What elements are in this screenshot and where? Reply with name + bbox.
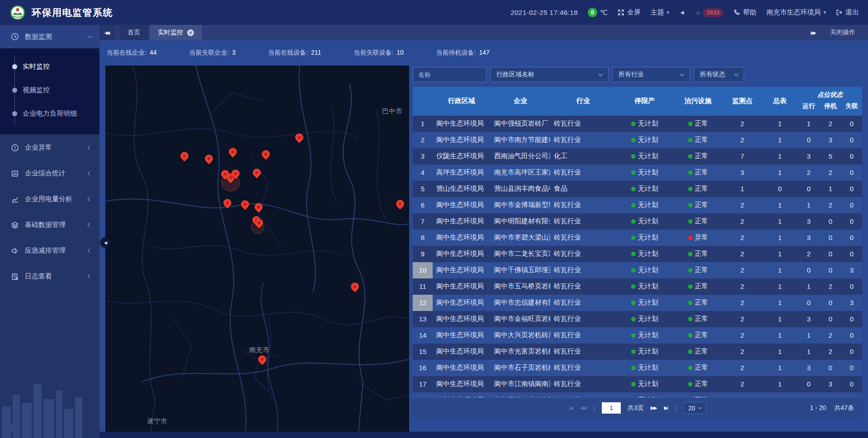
table-row[interactable]: 14阆中生态环境局阆中大兴页岩机砖厂砖瓦行业无计划正常21120	[413, 327, 862, 344]
cell-limit: 无计划	[616, 347, 673, 356]
sidebar-subitem[interactable]: 企业电力负荷明细	[0, 102, 99, 125]
col-industry: 行业	[550, 87, 616, 116]
row-index: 17	[413, 376, 433, 392]
map-panel[interactable]: 巴中市南充市遂宁市	[105, 66, 409, 432]
tabs-scroll-right-button[interactable]: ▶▶	[811, 30, 816, 35]
cell-stopped: 3	[820, 136, 841, 144]
theme-menu[interactable]: 主题 ▾	[651, 8, 670, 17]
table-row[interactable]: 3仪陇生态环境局西南油气田分公司川中化工无计划正常71350	[413, 148, 862, 165]
table-row[interactable]: 4高坪生态环境局南充市高坪区王家店建砖瓦行业无计划正常31220	[413, 165, 862, 181]
sidebar-item[interactable]: 企业综合统计	[0, 161, 99, 186]
table-row[interactable]: 2阆中生态环境局阆中市南方节能建材有砖瓦行业无计划正常21030	[413, 132, 862, 148]
tab[interactable]: 首页	[119, 25, 148, 40]
cell-region: 阆中生态环境局	[433, 380, 491, 388]
table-row[interactable]: 10阆中生态环境局阆中千佛镇五郎垭页岩砖瓦行业无计划正常21003	[413, 262, 862, 278]
table-row[interactable]: 15阆中生态环境局阆中市光富页岩机砖厂砖瓦行业无计划正常21120	[413, 344, 862, 360]
region-select[interactable]: 行政区域名称	[490, 67, 609, 82]
status-dot	[688, 122, 693, 126]
row-index: 15	[413, 344, 433, 360]
status-dot	[688, 366, 693, 370]
log-icon	[11, 273, 19, 281]
table-row[interactable]: 8阆中生态环境局阆中市枣碧大梁山页岩砖瓦行业无计划异常21300	[413, 230, 862, 246]
close-operations-button[interactable]: 关闭操作	[830, 28, 855, 37]
sidebar-item[interactable]: 应急减排管理	[0, 238, 99, 263]
table-row[interactable]: 7阆中生态环境局阆中明阳建材有限公司砖瓦行业无计划正常21300	[413, 213, 862, 230]
table-row[interactable]: 12阆中生态环境局阆中市忠信建材有限公砖瓦行业无计划正常21003	[413, 295, 862, 311]
status-dot	[631, 170, 636, 175]
table-row[interactable]: 18南部生态环境局南部县雄狮建材有限公砖瓦行业无计划正常21061	[413, 392, 862, 397]
sidebar-item[interactable]: 企业异常	[0, 135, 99, 160]
tab[interactable]: 实时监控×	[150, 25, 202, 40]
industry-select[interactable]: 所有行业	[612, 67, 690, 82]
cell-lost: 0	[841, 152, 862, 160]
bullet-dot	[12, 64, 17, 69]
cell-points: 2	[723, 364, 762, 372]
user-menu[interactable]: 南充市生态环境局 ▾	[766, 8, 826, 17]
status-select[interactable]: 所有状态	[693, 67, 744, 82]
cell-running: 1	[798, 120, 820, 127]
cell-meters: 1	[762, 348, 798, 355]
sidebar-item[interactable]: 数据监测	[0, 25, 99, 48]
map-roads	[105, 66, 409, 432]
prev-page-button[interactable]: ◀◀	[580, 405, 586, 411]
map-collapse-handle[interactable]: ◀	[100, 237, 111, 248]
cell-meters: 1	[762, 266, 798, 274]
cell-region: 阆中生态环境局	[433, 233, 491, 242]
close-tab-icon[interactable]: ×	[187, 29, 194, 36]
cell-region: 营山生态环境局	[433, 184, 491, 193]
mute-speaker-icon[interactable]: ◄	[679, 9, 685, 16]
next-page-button[interactable]: ▶▶	[651, 405, 657, 411]
cell-facility: 正常	[673, 250, 723, 258]
logout-button[interactable]: 退出	[836, 8, 859, 17]
sidebar-item[interactable]: 基础数据管理	[0, 212, 99, 237]
table-row[interactable]: 13阆中生态环境局阆中市金福旺页岩机砖砖瓦行业无计划正常21300	[413, 311, 862, 327]
status-dot	[631, 138, 636, 142]
cell-industry: 食品	[550, 184, 616, 193]
cell-industry: 砖瓦行业	[550, 315, 616, 323]
cell-running: 0	[798, 136, 820, 144]
sidebar-subitem[interactable]: 视频监控	[0, 78, 99, 102]
status-dot	[688, 170, 693, 175]
cell-running: 1	[798, 201, 820, 209]
sidebar-subitem[interactable]: 实时监控	[0, 55, 99, 78]
fullscreen-button[interactable]: 全屏	[618, 8, 641, 17]
col-limit: 停限产	[616, 87, 673, 116]
page-number-input[interactable]	[602, 402, 621, 414]
table-row[interactable]: 6阆中生态环境局阆中市金博瑞新型墙材砖瓦行业无计划正常21120	[413, 197, 862, 213]
cell-meters: 1	[762, 201, 798, 209]
datetime: 2021-02-25 17:46:18	[510, 9, 578, 16]
sidebar-nav: 数据监测实时监控视频监控企业电力负荷明细企业异常企业综合统计企业用电量分析基础数…	[0, 25, 99, 289]
cell-meters: 1	[762, 299, 798, 306]
table-row[interactable]: 11阆中生态环境局阆中市五马桥页岩机砖砖瓦行业无计划正常21120	[413, 278, 862, 295]
sidebar-item[interactable]: 企业用电量分析	[0, 187, 99, 212]
table-row[interactable]: 1阆中生态环境局阆中强锐页岩砖厂砖瓦行业无计划正常21120	[413, 116, 862, 132]
cell-lost: 3	[841, 266, 862, 274]
cell-region: 阆中生态环境局	[433, 298, 491, 307]
table-row[interactable]: 17阆中生态环境局阆中市江南镇阆南页岩砖瓦行业无计划正常21030	[413, 376, 862, 392]
page-size-select[interactable]: 20	[684, 402, 706, 414]
sidebar-item[interactable]: 日志查看	[0, 264, 99, 289]
notifications[interactable]: 2632	[695, 8, 723, 17]
first-page-button[interactable]: |◀	[569, 405, 573, 411]
cell-running: 0	[798, 380, 820, 388]
tabs-scroll-left-button[interactable]: ◀◀	[99, 25, 115, 40]
last-page-button[interactable]: ▶|	[664, 405, 668, 411]
table-row[interactable]: 16阆中生态环境局阆中市石子页岩机砖厂砖瓦行业无计划正常21300	[413, 360, 862, 376]
cell-company: 阆中强锐页岩砖厂	[491, 119, 550, 128]
col-region: 行政区域	[433, 87, 491, 116]
cell-points: 2	[723, 266, 762, 274]
cell-industry: 砖瓦行业	[550, 380, 616, 388]
cell-facility: 正常	[673, 331, 723, 339]
cell-facility: 正常	[673, 363, 723, 372]
name-search-input[interactable]	[413, 67, 486, 82]
tab-bar: ◀◀ 首页实时监控× ▶▶ 关闭操作	[99, 25, 868, 40]
status-dot	[688, 284, 693, 289]
cell-limit: 无计划	[616, 201, 673, 209]
phone-icon	[733, 9, 740, 16]
cell-industry: 砖瓦行业	[550, 119, 616, 128]
table-row[interactable]: 5营山生态环境局营山县润丰肉食品有限食品无计划正常10010	[413, 181, 862, 197]
help-button[interactable]: 帮助	[733, 8, 756, 17]
status-dot	[688, 333, 693, 338]
cell-limit: 无计划	[616, 380, 673, 388]
table-row[interactable]: 9阆中生态环境局阆中市二龙长宝页岩砖砖瓦行业无计划正常21200	[413, 246, 862, 262]
